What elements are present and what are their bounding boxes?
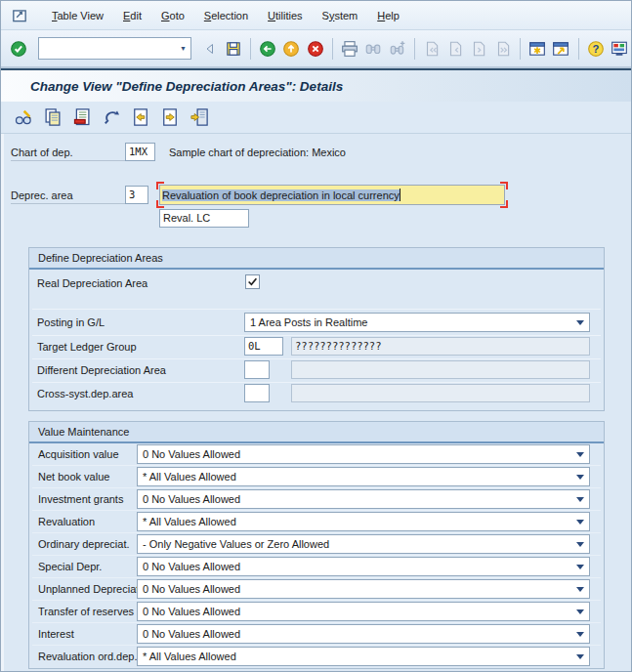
vm-row-dropdown[interactable]: 0 No Values Allowed bbox=[137, 444, 590, 464]
cancel-button[interactable] bbox=[306, 37, 325, 61]
target-ledger-group-description: ?????????????? bbox=[291, 337, 590, 356]
next-page-button[interactable] bbox=[469, 37, 488, 61]
svg-text:?: ? bbox=[592, 42, 599, 54]
target-ledger-group-field[interactable]: 0L bbox=[244, 337, 283, 356]
real-depreciation-area-checkbox[interactable] bbox=[245, 274, 260, 289]
previous-page-button[interactable] bbox=[445, 37, 465, 61]
vm-row-dropdown[interactable]: 0 No Values Allowed bbox=[137, 624, 590, 644]
vm-row-dropdown[interactable]: * All Values Allowed bbox=[137, 647, 590, 666]
posting-in-gl-dropdown[interactable]: 1 Area Posts in Realtime bbox=[244, 313, 590, 332]
command-input[interactable] bbox=[39, 39, 175, 58]
delete-icon bbox=[72, 107, 92, 127]
delete-button[interactable] bbox=[70, 105, 94, 129]
menu-item-selection[interactable]: Selection bbox=[194, 6, 258, 25]
new-session-button[interactable] bbox=[527, 37, 547, 61]
vm-row-value: * All Values Allowed bbox=[143, 471, 572, 483]
print-button[interactable] bbox=[340, 37, 359, 61]
last-page-button[interactable] bbox=[493, 37, 513, 61]
row-separator bbox=[32, 309, 601, 310]
vm-row-value: 0 No Values Allowed bbox=[143, 561, 572, 572]
chart-of-dep-description: Sample chart of depreciation: Mexico bbox=[169, 145, 346, 160]
vm-row-dropdown[interactable]: 0 No Values Allowed bbox=[137, 579, 590, 599]
menu-item-goto[interactable]: Goto bbox=[151, 6, 194, 25]
menu-items: Table ViewEditGotoSelectionUtilitiesSyst… bbox=[42, 6, 409, 25]
posting-in-gl-label: Posting in G/L bbox=[37, 315, 105, 330]
print-icon bbox=[341, 40, 358, 58]
create-shortcut-button[interactable] bbox=[551, 37, 570, 61]
vm-row-dropdown[interactable]: * All Values Allowed bbox=[137, 512, 590, 531]
different-depreciation-area-description bbox=[291, 360, 590, 379]
vm-row-dropdown[interactable]: 0 No Values Allowed bbox=[137, 602, 590, 621]
text-caret bbox=[400, 189, 400, 201]
define-depreciation-areas-group: Define Depreciation Areas Real Depreciat… bbox=[28, 247, 605, 411]
cross-syst-dep-area-description bbox=[291, 384, 590, 402]
vm-row-transfer-of-reserves: Transfer of reserves0 No Values Allowed bbox=[32, 601, 601, 623]
sap-screen-icon[interactable] bbox=[11, 7, 28, 24]
deprec-area-field[interactable]: 3 bbox=[125, 186, 148, 204]
vm-row-label: Acquisition value bbox=[38, 443, 119, 465]
new-session-icon bbox=[528, 40, 546, 58]
cross-syst-dep-area-field[interactable] bbox=[244, 384, 270, 402]
vm-row-dropdown[interactable]: - Only Negative Values or Zero Allowed bbox=[137, 534, 590, 554]
undo-icon bbox=[102, 107, 121, 127]
toolbar-separator bbox=[578, 38, 579, 60]
help-icon: ? bbox=[587, 40, 605, 58]
page-title: Change View "Define Depreciation Areas":… bbox=[30, 79, 343, 94]
chart-of-dep-field[interactable]: 1MX bbox=[125, 143, 155, 161]
hide-command-field-button[interactable] bbox=[199, 37, 219, 61]
other-entry-button[interactable] bbox=[188, 105, 211, 129]
vm-row-net-book-value: Net book value* All Values Allowed bbox=[32, 466, 601, 488]
first-page-button[interactable] bbox=[422, 37, 442, 61]
vm-row-investment-grants: Investment grants0 No Values Allowed bbox=[32, 488, 601, 511]
menu-item-system[interactable]: System bbox=[313, 6, 368, 25]
sap-window: Table ViewEditGotoSelectionUtilitiesSyst… bbox=[0, 0, 632, 672]
create-shortcut-icon bbox=[552, 40, 569, 58]
command-field[interactable]: ▼ bbox=[38, 37, 191, 60]
menu-bar: Table ViewEditGotoSelectionUtilitiesSyst… bbox=[1, 1, 631, 30]
menu-item-help[interactable]: Help bbox=[367, 6, 409, 25]
deprec-area-name-field[interactable]: Revaluation of book depreciation in loca… bbox=[159, 185, 505, 205]
copy-button[interactable] bbox=[41, 105, 64, 129]
vm-row-acquisition-value: Acquisition value0 No Values Allowed bbox=[32, 443, 601, 466]
find-next-button[interactable] bbox=[387, 37, 406, 61]
title-bar: Change View "Define Depreciation Areas":… bbox=[1, 70, 631, 102]
enter-button[interactable] bbox=[9, 37, 28, 61]
vm-row-unplanned-depreciat-: Unplanned Depreciat.0 No Values Allowed bbox=[32, 578, 601, 601]
save-button[interactable] bbox=[224, 37, 243, 61]
vm-row-special-depr-: Special Depr.0 No Values Allowed bbox=[32, 556, 601, 578]
menu-item-utilities[interactable]: Utilities bbox=[258, 6, 312, 25]
next-entry-button[interactable] bbox=[158, 105, 182, 129]
previous-entry-button[interactable] bbox=[129, 105, 152, 129]
different-depreciation-area-label: Different Depreciation Area bbox=[37, 362, 166, 378]
display-change-button[interactable] bbox=[12, 105, 35, 129]
deprec-area-label: Deprec. area bbox=[11, 188, 126, 204]
row-separator bbox=[32, 382, 601, 383]
different-depreciation-area-field[interactable] bbox=[244, 360, 270, 379]
customize-layout-button[interactable] bbox=[610, 37, 629, 61]
vm-row-dropdown[interactable]: * All Values Allowed bbox=[137, 467, 590, 486]
find-button[interactable] bbox=[363, 37, 383, 61]
deprec-area-short-text-field[interactable]: Reval. LC bbox=[159, 209, 249, 228]
toolbar-separator bbox=[414, 38, 415, 60]
menu-item-edit[interactable]: Edit bbox=[113, 6, 151, 25]
standard-toolbar: ▼ bbox=[1, 30, 631, 68]
help-button[interactable]: ? bbox=[585, 37, 605, 61]
chevron-down-icon[interactable]: ▼ bbox=[175, 45, 190, 52]
row-separator bbox=[32, 358, 601, 359]
vm-row-dropdown[interactable]: 0 No Values Allowed bbox=[137, 489, 590, 509]
checkmark-icon bbox=[247, 276, 258, 287]
previous-entry-icon bbox=[131, 107, 150, 127]
vm-row-label: Ordinary depreciat. bbox=[38, 533, 130, 555]
first-page-icon bbox=[423, 40, 441, 58]
application-toolbar bbox=[1, 102, 631, 134]
undo-button[interactable] bbox=[100, 105, 123, 129]
exit-button[interactable] bbox=[281, 37, 301, 61]
back-button[interactable] bbox=[258, 37, 277, 61]
vm-row-dropdown[interactable]: 0 No Values Allowed bbox=[137, 557, 590, 576]
chevron-down-icon bbox=[576, 520, 584, 525]
toolbar-separator bbox=[332, 38, 333, 60]
menu-item-table-view[interactable]: Table View bbox=[42, 6, 113, 25]
value-maintenance-rows: Acquisition value0 No Values AllowedNet … bbox=[32, 443, 601, 667]
chevron-down-icon bbox=[576, 475, 584, 480]
other-entry-icon bbox=[190, 107, 209, 127]
